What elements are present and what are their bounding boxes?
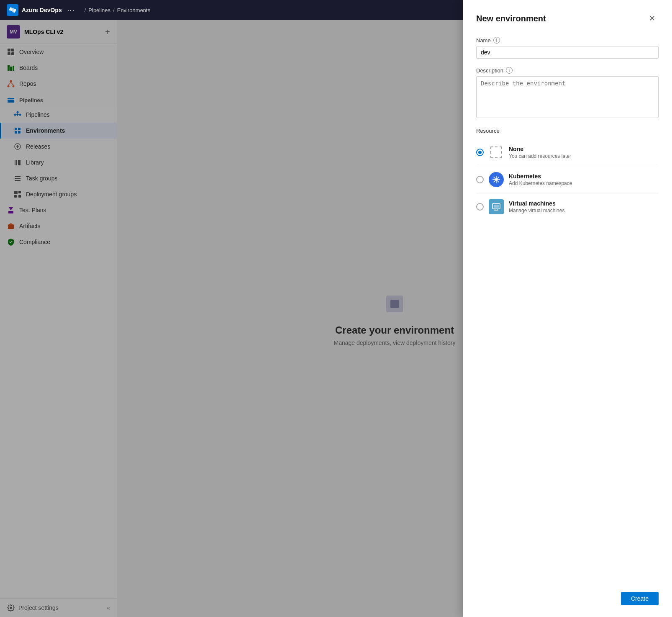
name-info-icon: i: [493, 37, 500, 44]
svg-line-46: [497, 180, 499, 182]
resource-label: Resource: [476, 128, 659, 134]
none-resource-icon: [489, 145, 504, 160]
description-info-icon: i: [506, 67, 513, 74]
resource-k8s-text: Kubernetes Add Kubernetes namespace: [509, 173, 572, 186]
description-field-group: Description i: [476, 67, 659, 119]
svg-line-48: [494, 180, 495, 182]
resource-vm-desc: Manage virtual machines: [509, 208, 564, 213]
modal-footer: Create: [476, 584, 659, 605]
modal-title: New environment: [476, 14, 546, 23]
resource-k8s-desc: Add Kubernetes namespace: [509, 180, 572, 186]
breadcrumb-pipelines[interactable]: Pipelines: [88, 7, 110, 13]
radio-vm[interactable]: [476, 203, 484, 211]
app-name: Azure DevOps: [22, 7, 62, 13]
create-button[interactable]: Create: [621, 592, 659, 605]
radio-kubernetes[interactable]: [476, 176, 484, 183]
modal-header: New environment ✕: [476, 12, 659, 25]
svg-rect-50: [494, 205, 499, 208]
resource-none-name: None: [509, 146, 571, 152]
name-field-group: Name i: [476, 37, 659, 59]
resource-none-desc: You can add resources later: [509, 153, 571, 159]
resource-option-vm[interactable]: Virtual machines Manage virtual machines: [476, 193, 659, 220]
description-label: Description i: [476, 67, 659, 74]
new-environment-panel: New environment ✕ Name i Description i R…: [463, 0, 672, 617]
name-label: Name i: [476, 37, 659, 44]
radio-none-inner: [478, 151, 482, 154]
breadcrumb-sep1: /: [85, 7, 86, 13]
resource-none-text: None You can add resources later: [509, 146, 571, 159]
svg-line-47: [497, 177, 499, 179]
svg-line-45: [494, 177, 495, 179]
breadcrumb-sep2: /: [113, 7, 115, 13]
kubernetes-resource-icon: [489, 172, 504, 187]
vm-resource-icon: [489, 199, 504, 214]
resource-option-kubernetes[interactable]: Kubernetes Add Kubernetes namespace: [476, 166, 659, 193]
resource-field-group: Resource None You can add resources late…: [476, 128, 659, 220]
breadcrumb: / Pipelines / Environments: [85, 7, 151, 13]
resource-k8s-name: Kubernetes: [509, 173, 572, 180]
modal-close-button[interactable]: ✕: [645, 12, 659, 25]
name-input[interactable]: [476, 46, 659, 59]
resource-vm-name: Virtual machines: [509, 200, 564, 207]
logo-icon: [7, 4, 18, 16]
app-logo: Azure DevOps: [7, 4, 62, 16]
description-input[interactable]: [476, 76, 659, 118]
breadcrumb-environments: Environments: [117, 7, 150, 13]
radio-none[interactable]: [476, 149, 484, 156]
resource-vm-text: Virtual machines Manage virtual machines: [509, 200, 564, 213]
svg-point-40: [495, 178, 498, 181]
resource-option-none[interactable]: None You can add resources later: [476, 139, 659, 166]
more-options-button[interactable]: ⋯: [67, 5, 74, 15]
